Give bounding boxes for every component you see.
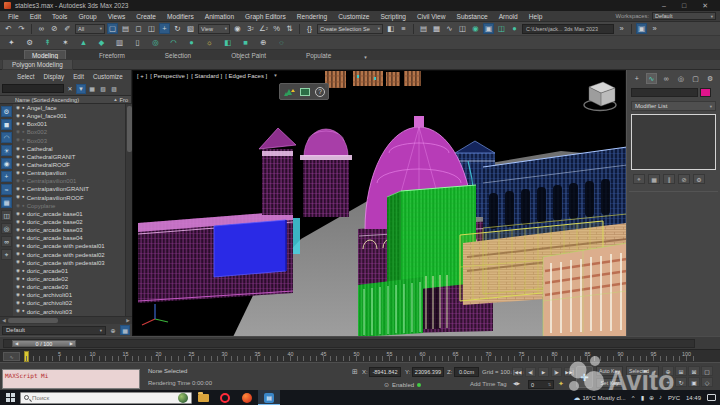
taskbar-opera-app[interactable] [214, 390, 236, 405]
motion-tab[interactable]: ◎ [675, 73, 687, 84]
menu-substance[interactable]: Substance [457, 13, 488, 20]
visibility-eye-icon[interactable]: ◉ [16, 163, 20, 168]
box-icon[interactable]: ■ [240, 37, 251, 48]
hierarchy-tab[interactable]: ∞ [660, 73, 672, 84]
render-setup-icon[interactable]: ▣ [483, 23, 494, 34]
explorer-row[interactable]: ◉●CathedralGRANIT [13, 153, 125, 161]
menu-file[interactable]: File [8, 13, 19, 20]
visibility-eye-icon[interactable]: ◉ [16, 179, 20, 184]
region-rect-icon[interactable]: ◻ [133, 23, 144, 34]
render-icon[interactable]: ● [509, 23, 520, 34]
battery-icon[interactable]: ▮ [641, 394, 644, 401]
window-crossing-icon[interactable]: ◫ [146, 23, 157, 34]
show-end-result-icon[interactable]: ▦ [648, 174, 660, 184]
show-shapes-icon[interactable]: ◠ [1, 132, 12, 143]
set-key-button[interactable]: Set Key [596, 378, 623, 388]
percent-snap-icon[interactable]: % [271, 23, 282, 34]
visibility-eye-icon[interactable]: ◉ [16, 114, 20, 119]
ribbon-tab-populate[interactable]: Populate [299, 51, 338, 60]
menu-group[interactable]: Group [78, 13, 96, 20]
explorer-row[interactable]: ◉●CentralpavilionGRANIT [13, 185, 125, 193]
explorer-row[interactable]: ◉●Box001 [13, 120, 125, 128]
angle-snap-icon[interactable]: ∠2 [258, 23, 269, 34]
time-slider-handle[interactable]: ◀ 0 / 100 ▶ [12, 340, 76, 347]
link-icon[interactable]: ∞ [36, 23, 47, 34]
explorer-row[interactable]: ◉●doric_arcade base03 [13, 226, 125, 234]
notification-center-icon[interactable] [707, 394, 716, 401]
key-step-icon[interactable]: ◀▶ [513, 381, 520, 386]
shell-icon[interactable]: ◌ [276, 37, 287, 48]
show-xrefs-icon[interactable]: ◫ [1, 210, 12, 221]
layer-list-icon[interactable]: ▦ [120, 325, 130, 335]
tan-red-building[interactable] [543, 243, 627, 337]
display-tab[interactable]: ▢ [690, 73, 702, 84]
menu-scripting[interactable]: Scripting [380, 13, 406, 20]
explorer-row[interactable]: ◉●doric_arcade02 [13, 275, 125, 283]
show-materials-icon[interactable]: ◎ [1, 223, 12, 234]
explorer-search-input[interactable] [2, 84, 64, 93]
next-frame-arrow-icon[interactable]: ▶ [70, 341, 73, 346]
selection-lock-icon[interactable]: ⊞ [352, 368, 358, 376]
explorer-row[interactable]: ◉●doric_arcade base01 [13, 210, 125, 218]
remove-modifier-icon[interactable]: ⊘ [678, 174, 690, 184]
go-to-end-icon[interactable]: ▶▶| [564, 367, 575, 377]
visibility-eye-icon[interactable]: ◉ [16, 244, 20, 249]
visibility-eye-icon[interactable]: ◉ [16, 236, 20, 241]
visibility-eye-icon[interactable]: ◉ [16, 285, 20, 290]
visibility-eye-icon[interactable]: ◉ [16, 252, 20, 257]
menu-create[interactable]: Create [136, 13, 156, 20]
maximize-button[interactable]: □ [682, 0, 686, 11]
pan-icon[interactable]: + [662, 377, 674, 387]
explorer-row[interactable]: ◉●doric_arcade with pedestal03 [13, 259, 125, 267]
y-coordinate-field[interactable]: 23096.399 [412, 367, 444, 377]
explorer-row[interactable]: ◉●doric_arcade03 [13, 283, 125, 291]
start-button[interactable] [0, 393, 20, 402]
scroll-right-icon[interactable]: ▶ [124, 318, 132, 323]
explorer-menu-display[interactable]: Display [44, 73, 65, 80]
snap-3d-icon[interactable]: 32 [245, 23, 256, 34]
viewport-edged-faces-menu[interactable]: [ Edged Faces ] [225, 73, 267, 79]
explorer-row[interactable]: ◉●Cathedral [13, 145, 125, 153]
track-bar[interactable]: ∿ 51015202530354045505560657075808590951… [0, 349, 720, 362]
x-coordinate-field[interactable]: -8941.842 [369, 367, 401, 377]
toolbar-overflow-icon[interactable]: » [616, 23, 627, 34]
object-color-swatch[interactable] [700, 88, 711, 97]
help-icon[interactable]: ? [315, 87, 325, 97]
viewport-plus-menu[interactable]: [ + ] [137, 73, 147, 79]
link-display-icon[interactable]: ∞ [1, 236, 12, 247]
viewport-scene[interactable] [133, 71, 627, 337]
visibility-eye-icon[interactable]: ◉ [16, 212, 20, 217]
explorer-column-header[interactable]: Name (Sorted Ascending) ▲ Fro [0, 95, 131, 104]
menu-edit[interactable]: Edit [30, 13, 41, 20]
zoom-extents-icon[interactable]: ⊠ [688, 366, 700, 376]
filter-icon[interactable]: ▼ [76, 84, 86, 94]
page-icon[interactable]: ▯ [132, 37, 143, 48]
book-icon[interactable]: ▥ [114, 37, 125, 48]
view-cube[interactable] [584, 82, 616, 111]
visibility-eye-icon[interactable]: ◉ [16, 171, 20, 176]
select-object-icon[interactable]: ▢ [107, 23, 118, 34]
show-spacewarps-icon[interactable]: ≈ [1, 184, 12, 195]
explorer-row[interactable]: ◉●doric_arcade base02 [13, 218, 125, 226]
taskbar-active-app[interactable]: ▤ [258, 390, 280, 405]
explorer-menu-edit[interactable]: Edit [73, 73, 84, 80]
zoom-icon[interactable]: ⊕ [662, 366, 674, 376]
vegetation-icon[interactable]: ↟ [42, 37, 53, 48]
menu-arnold[interactable]: Arnold [499, 13, 518, 20]
visibility-eye-icon[interactable]: ◉ [16, 147, 20, 152]
key-mode-icon[interactable]: ✦ [558, 380, 564, 388]
explorer-row[interactable]: ◉●Centralpavilion [13, 169, 125, 177]
explorer-row[interactable]: ◉●CathedralROOF [13, 161, 125, 169]
lock-explorer-icon[interactable]: ▨ [109, 84, 119, 94]
polygon-modeling-panel[interactable]: Polygon Modeling [2, 59, 73, 70]
light-icon[interactable]: ☼ [204, 37, 215, 48]
visibility-eye-icon[interactable]: ◉ [16, 204, 20, 209]
mini-curve-editor-icon[interactable]: ∿ [3, 352, 20, 361]
explorer-row[interactable]: ◉●Angel_face001 [13, 112, 125, 120]
ribbon-toggle-icon[interactable]: ▦ [431, 23, 442, 34]
menu-help[interactable]: Help [529, 13, 543, 20]
play-icon[interactable]: ▶ [538, 367, 549, 377]
scrollbar-thumb[interactable] [8, 318, 58, 323]
pan-navigation-button[interactable]: ✚ [576, 366, 593, 388]
go-to-start-icon[interactable]: |◀◀ [512, 367, 523, 377]
